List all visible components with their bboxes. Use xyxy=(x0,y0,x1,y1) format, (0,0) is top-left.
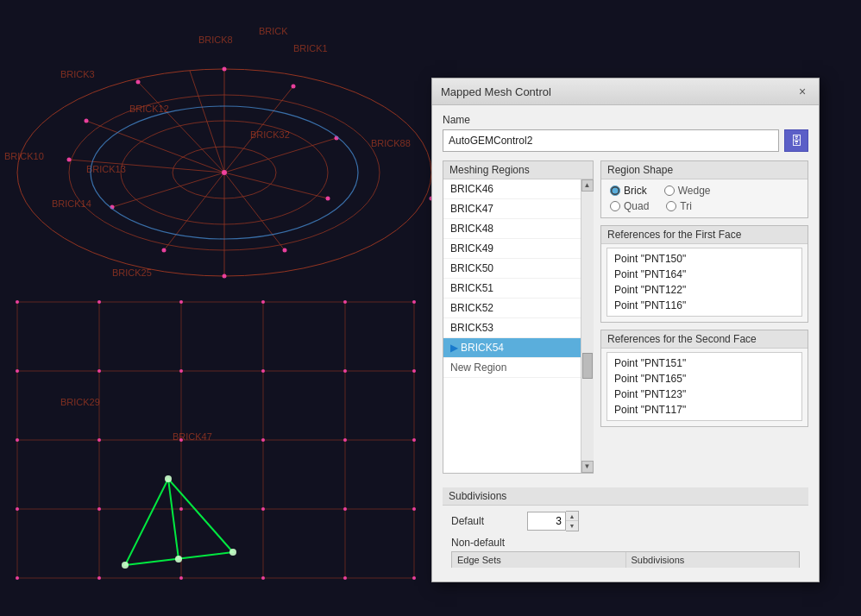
list-item[interactable]: ▶BRICK54 xyxy=(443,338,581,358)
list-item[interactable]: BRICK47 xyxy=(443,199,581,219)
first-face-panel: References for the First Face Point "PNT… xyxy=(600,225,808,323)
radio-row-1: Brick Wedge xyxy=(610,185,799,197)
svg-point-87 xyxy=(175,556,182,563)
svg-text:BRICK14: BRICK14 xyxy=(52,198,91,209)
svg-point-62 xyxy=(412,369,416,373)
first-face-header: References for the First Face xyxy=(601,226,808,244)
svg-point-86 xyxy=(229,549,236,556)
svg-point-85 xyxy=(122,562,129,569)
regions-list-wrapper: BRICK46BRICK47BRICK48BRICK49BRICK50BRICK… xyxy=(443,179,593,473)
svg-text:BRICK1: BRICK1 xyxy=(293,43,328,53)
scroll-up-button[interactable]: ▲ xyxy=(581,179,594,192)
svg-text:BRICK10: BRICK10 xyxy=(4,151,44,161)
list-item[interactable]: BRICK46 xyxy=(443,179,581,199)
radio-brick[interactable]: Brick xyxy=(610,185,647,197)
default-spin-up[interactable]: ▲ xyxy=(566,512,578,521)
svg-point-53 xyxy=(179,300,183,304)
first-face-ref-item: Point "PNT150" xyxy=(607,251,801,267)
list-item-label: BRICK52 xyxy=(450,302,493,314)
name-row: 🗄 xyxy=(443,129,808,152)
svg-text:BRICK29: BRICK29 xyxy=(60,397,100,407)
list-item[interactable]: BRICK53 xyxy=(443,318,581,338)
svg-point-80 xyxy=(412,576,416,580)
svg-point-50 xyxy=(136,80,141,85)
arrow-indicator-icon: ▶ xyxy=(450,343,457,354)
subdivisions-section: Subdivisions Default ▲ ▼ Non-default xyxy=(443,487,808,573)
svg-text:BRICK8: BRICK8 xyxy=(198,35,233,45)
svg-point-40 xyxy=(292,85,296,89)
radio-wedge-input[interactable] xyxy=(664,185,675,196)
list-item[interactable]: BRICK50 xyxy=(443,259,581,279)
svg-point-45 xyxy=(223,274,227,279)
first-face-ref-item: Point "PNT116" xyxy=(607,298,801,313)
dialog-titlebar[interactable]: Mapped Mesh Control × xyxy=(432,79,819,105)
list-item-label: BRICK49 xyxy=(450,242,493,255)
svg-point-57 xyxy=(16,369,19,373)
default-value-input[interactable] xyxy=(527,512,566,531)
list-item[interactable]: BRICK49 xyxy=(443,239,581,259)
second-face-refs-list: Point "PNT151"Point "PNT165"Point "PNT12… xyxy=(606,352,802,421)
dialog-body: Name 🗄 Meshing Regions BRICK46BRICK47BRI… xyxy=(432,105,819,581)
svg-text:BRICK25: BRICK25 xyxy=(112,267,152,278)
svg-point-70 xyxy=(97,507,101,511)
second-face-panel: References for the Second Face Point "PN… xyxy=(600,330,808,427)
svg-point-43 xyxy=(326,197,330,201)
svg-point-71 xyxy=(179,507,183,511)
name-input[interactable] xyxy=(443,129,779,152)
svg-point-72 xyxy=(261,507,265,511)
svg-point-39 xyxy=(223,67,227,72)
svg-point-73 xyxy=(343,507,347,511)
second-face-ref-item: Point "PNT151" xyxy=(607,355,801,371)
list-item-label: BRICK51 xyxy=(450,282,493,294)
region-shape-panel: Region Shape Brick Wedge xyxy=(600,160,808,218)
svg-point-49 xyxy=(85,119,89,123)
svg-point-66 xyxy=(261,438,265,442)
list-item-label: BRICK46 xyxy=(450,183,493,195)
default-input-wrap: ▲ ▼ xyxy=(527,511,579,531)
svg-point-67 xyxy=(343,438,347,442)
radio-tri[interactable]: Tri xyxy=(666,200,692,212)
list-item-label: BRICK53 xyxy=(450,322,493,334)
svg-point-76 xyxy=(97,576,101,580)
svg-point-63 xyxy=(16,438,19,442)
svg-point-46 xyxy=(162,248,167,253)
svg-point-75 xyxy=(16,576,19,580)
default-subdiv-row: Default ▲ ▼ xyxy=(451,511,800,531)
table-col-edge-sets: Edge Sets xyxy=(452,552,626,568)
svg-text:BRICK: BRICK xyxy=(259,26,288,36)
region-shape-content: Brick Wedge Quad xyxy=(601,179,808,217)
svg-point-52 xyxy=(97,300,101,304)
left-column: Meshing Regions BRICK46BRICK47BRICK48BRI… xyxy=(443,160,594,481)
name-icon-button[interactable]: 🗄 xyxy=(784,129,808,152)
second-face-header: References for the Second Face xyxy=(601,330,808,349)
main-columns: Meshing Regions BRICK46BRICK47BRICK48BRI… xyxy=(443,160,808,481)
svg-text:BRICK32: BRICK32 xyxy=(250,129,290,140)
first-face-ref-item: Point "PNT164" xyxy=(607,267,801,282)
svg-point-56 xyxy=(412,300,416,304)
svg-text:BRICK88: BRICK88 xyxy=(371,138,411,148)
list-item[interactable]: BRICK52 xyxy=(443,299,581,318)
radio-tri-input[interactable] xyxy=(666,201,676,211)
list-item-label: BRICK47 xyxy=(450,203,493,215)
dialog-close-button[interactable]: × xyxy=(795,84,810,99)
non-default-label: Non-default xyxy=(451,537,800,549)
list-item-label: BRICK54 xyxy=(461,342,504,354)
radio-wedge[interactable]: Wedge xyxy=(664,185,711,197)
meshing-regions-header: Meshing Regions xyxy=(443,161,593,179)
list-scrollbar: ▲ ▼ xyxy=(581,179,593,473)
svg-point-84 xyxy=(165,475,172,482)
scroll-down-button[interactable]: ▼ xyxy=(581,461,594,473)
default-spin-buttons: ▲ ▼ xyxy=(566,511,579,531)
svg-point-64 xyxy=(97,438,101,442)
list-item[interactable]: BRICK48 xyxy=(443,219,581,239)
svg-point-51 xyxy=(16,300,19,304)
svg-point-54 xyxy=(261,300,265,304)
list-item[interactable]: BRICK51 xyxy=(443,279,581,299)
radio-quad-input[interactable] xyxy=(610,201,620,211)
default-spin-down[interactable]: ▼ xyxy=(566,521,578,531)
list-item[interactable]: New Region xyxy=(443,358,581,378)
table-col-subdivisions: Subdivisions xyxy=(626,552,800,568)
radio-brick-input[interactable] xyxy=(610,185,620,196)
svg-point-74 xyxy=(412,507,416,511)
radio-quad[interactable]: Quad xyxy=(610,200,649,212)
